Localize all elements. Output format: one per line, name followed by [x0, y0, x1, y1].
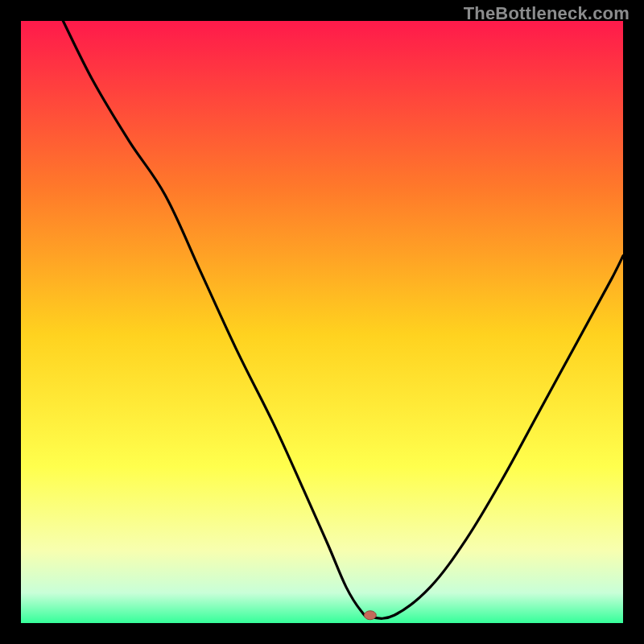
- minimum-marker: [364, 611, 376, 620]
- chart-frame: TheBottleneck.com: [0, 0, 644, 644]
- chart-svg: [21, 21, 623, 623]
- plot-area: [21, 21, 623, 623]
